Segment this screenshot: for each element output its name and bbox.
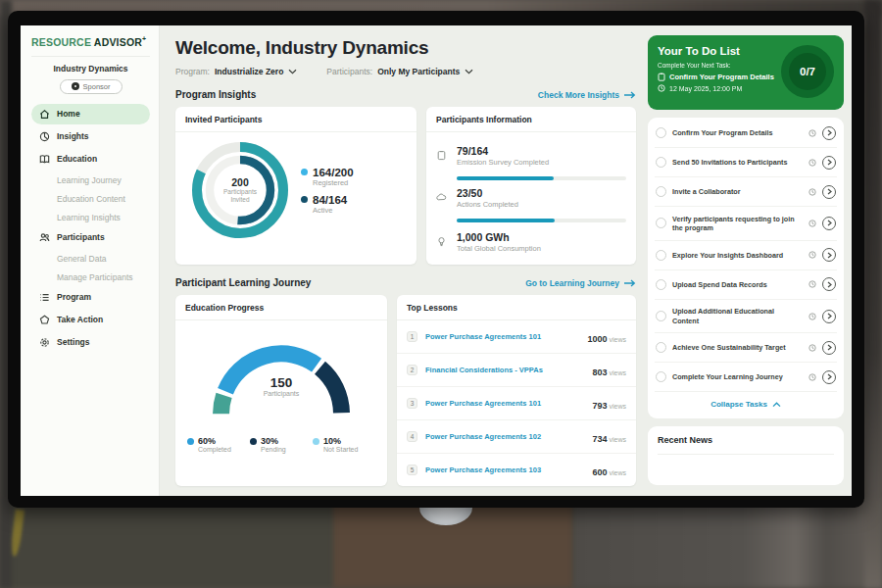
stat-emission-survey: 79/164 Emission Survey Completed [436,140,626,171]
lesson-link[interactable]: Power Purchase Agreements 102 [425,432,584,441]
task-checkbox[interactable] [656,371,666,382]
sidebar-item-manage-participants[interactable]: Manage Participants [31,269,150,287]
chevron-right-icon [827,313,832,319]
task-open-button[interactable] [822,248,836,262]
collapse-tasks-link[interactable]: Collapse Tasks [655,392,837,417]
completed-dot-icon [187,438,194,445]
legend-completed: 60% Completed [187,436,250,453]
program-dropdown[interactable]: Program: Industrialize Zero [175,67,297,76]
sidebar-item-insights[interactable]: Insights [31,126,150,147]
clock-icon [808,159,816,167]
invited-participants-donut-chart: 200 ParticipantsInvited [189,139,291,241]
pending-dot-icon [250,438,257,445]
task-open-button[interactable] [822,277,836,291]
task-row[interactable]: Send 50 Invitations to Participants [655,148,837,177]
task-checkbox[interactable] [656,342,666,353]
task-open-button[interactable] [822,310,836,323]
lesson-row[interactable]: 4 Power Purchase Agreements 102 734views [397,420,636,454]
donut-legend: 164/200 Registered 84/164 Active [301,160,354,221]
task-checkbox[interactable] [656,127,666,138]
legend-pending: 30% Pending [250,436,313,453]
role-badge-sponsor[interactable]: Sponsor [60,79,122,94]
sidebar-item-program[interactable]: Program [31,287,150,308]
background-desk-right [573,498,882,588]
todo-title: Your To Do List [658,45,774,57]
todo-summary-card: Your To Do List Complete Your Next Task:… [648,35,844,110]
arrow-right-icon [623,279,636,287]
task-checkbox[interactable] [656,279,666,290]
task-list: Confirm Your Program Details Send 50 Inv… [648,118,844,418]
participants-icon [39,232,50,243]
task-open-button[interactable] [822,156,836,170]
survey-icon [436,145,449,167]
divider [658,454,834,455]
sidebar-item-education[interactable]: Education [31,149,150,170]
section-title: Participant Learning Journey [175,277,311,288]
participants-dropdown[interactable]: Participants: Only My Participants [326,67,473,76]
sidebar-item-home[interactable]: Home [31,104,150,124]
go-to-learning-journey-link[interactable]: Go to Learning Journey [525,278,636,288]
task-open-button[interactable] [822,370,836,384]
lesson-link[interactable]: Power Purchase Agreements 103 [425,466,584,474]
page-title: Welcome, Industry Dynamics [175,37,636,59]
chevron-right-icon [827,373,832,380]
lesson-row[interactable]: 3 Power Purchase Agreements 101 793views [397,387,636,420]
card-title: Participants Information [426,107,636,132]
legend-registered: 164/200 Registered [301,167,354,187]
task-open-button[interactable] [822,185,836,199]
stat-global-consumption: 1,000 GWh Total Global Consumption [436,226,626,257]
task-open-button[interactable] [822,126,836,140]
task-row[interactable]: Upload Additional Educational Content [655,300,837,334]
lesson-link[interactable]: Financial Considerations - VPPAs [425,366,584,374]
todo-subtitle: Complete Your Next Task: [658,62,774,69]
clock-icon [808,251,816,259]
lesson-row[interactable]: 2 Financial Considerations - VPPAs 803vi… [397,354,636,387]
chevron-right-icon [827,159,832,166]
invited-participants-card: Invited Participants 200 ParticipantsInv… [175,107,416,265]
section-title: Program Insights [175,89,256,100]
clock-icon [808,373,816,381]
task-checkbox[interactable] [656,218,666,228]
check-more-insights-link[interactable]: Check More Insights [538,90,636,100]
task-checkbox[interactable] [656,186,666,197]
sidebar: RESOURCE ADVISOR+ Industry Dynamics Spon… [21,25,160,496]
legend-not-started: 10% Not Started [313,436,375,453]
task-checkbox[interactable] [656,311,666,321]
task-open-button[interactable] [822,217,836,230]
todo-counter: 0/7 [800,66,815,77]
background-right [864,0,882,588]
registered-dot-icon [301,169,308,175]
legend-active: 84/164 Active [301,194,354,215]
sidebar-item-learning-journey[interactable]: Learning Journey [31,172,150,190]
sidebar-item-learning-insights[interactable]: Learning Insights [31,209,150,227]
task-row[interactable]: Confirm Your Program Details [655,119,837,148]
todo-next-due: 12 May 2025, 12:00 PM [658,84,774,92]
todo-panel: Your To Do List Complete Your Next Task:… [646,25,852,496]
lesson-row[interactable]: 1 Power Purchase Agreements 101 1000view… [397,320,636,354]
chevron-right-icon [827,344,832,351]
sidebar-item-general-data[interactable]: General Data [31,250,150,269]
task-checkbox[interactable] [656,250,666,261]
gauge-legend: 60% Completed 30% Pending 10% Not Starte… [187,436,375,453]
task-row[interactable]: Invite a Collaborator [655,177,837,207]
chevron-right-icon [827,188,832,195]
task-row[interactable]: Upload Spend Data Records [655,270,837,300]
task-row[interactable]: Verify participants requesting to join t… [655,207,837,241]
task-checkbox[interactable] [656,157,666,168]
task-open-button[interactable] [822,341,836,355]
sidebar-item-education-content[interactable]: Education Content [31,190,150,209]
lesson-link[interactable]: Power Purchase Agreements 101 [425,332,579,341]
lesson-row[interactable]: 5 Power Purchase Agreements 103 600views [397,454,636,486]
task-row[interactable]: Explore Your Insights Dashboard [655,241,837,270]
task-row[interactable]: Achieve One Sustainability Target [655,333,837,363]
clock-icon [808,129,816,137]
sidebar-item-settings[interactable]: Settings [31,332,150,353]
insights-icon [39,131,50,142]
dashboard-screen: RESOURCE ADVISOR+ Industry Dynamics Spon… [21,25,852,496]
lesson-link[interactable]: Power Purchase Agreements 101 [425,399,584,408]
sponsor-icon [72,82,79,90]
chevron-down-icon [288,69,297,74]
sidebar-item-participants[interactable]: Participants [31,227,150,248]
task-row[interactable]: Complete Your Learning Journey [655,363,837,392]
sidebar-item-take-action[interactable]: Take Action [31,310,150,330]
